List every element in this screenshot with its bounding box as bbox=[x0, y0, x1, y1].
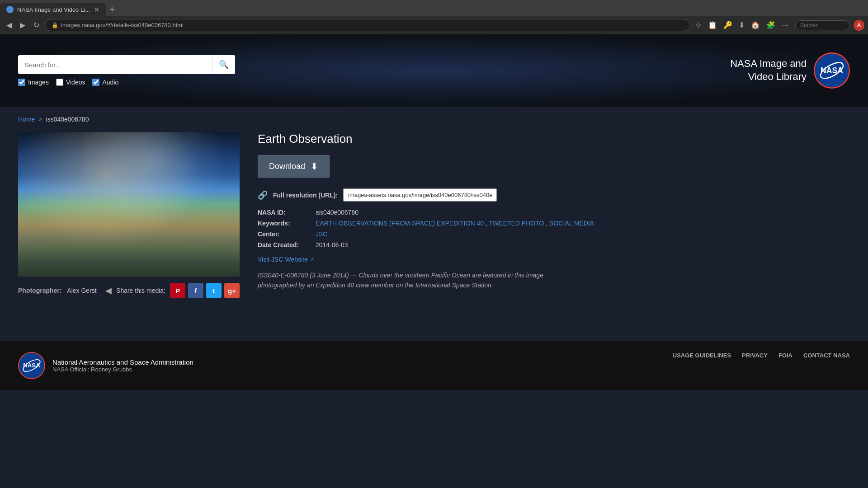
center-value: JSC bbox=[316, 230, 327, 238]
full-resolution-label: Full resolution (URL): bbox=[273, 192, 338, 199]
keyword2-link[interactable]: TWEETED PHOTO bbox=[489, 220, 544, 227]
menu-icon[interactable]: ⋯ bbox=[779, 19, 791, 31]
footer-text: National Aeronautics and Space Administr… bbox=[52, 358, 193, 373]
password-icon[interactable]: 🔑 bbox=[721, 19, 735, 31]
filter-checkboxes: Images Videos Audio bbox=[18, 79, 235, 86]
footer-foia-link[interactable]: FOIA bbox=[778, 352, 793, 359]
share-label: Share this media: bbox=[116, 287, 165, 294]
full-resolution-url-input[interactable] bbox=[343, 188, 497, 202]
photographer-info: Photographer: Alex Gerst bbox=[18, 287, 97, 294]
bookmark-star-icon[interactable]: ☆ bbox=[693, 19, 704, 31]
url-bar[interactable]: 🔒 images.nasa.gov/#/details-iss040e00678… bbox=[45, 19, 690, 31]
footer-contact-nasa-link[interactable]: CONTACT NASA bbox=[803, 352, 850, 359]
svg-text:NASA: NASA bbox=[821, 66, 843, 75]
site-header: 🔍 Images Videos Audio NASA Image and Vid… bbox=[0, 34, 868, 107]
visit-jsc-link[interactable]: Visit JSC Website ↗ bbox=[258, 256, 314, 263]
footer-usage-guidelines-link[interactable]: USAGE GUIDELINES bbox=[673, 352, 731, 359]
earth-image bbox=[18, 132, 240, 277]
back-button[interactable]: ◀ bbox=[4, 19, 14, 31]
download-nav-icon[interactable]: ⬇ bbox=[736, 19, 747, 31]
facebook-button[interactable]: f bbox=[188, 283, 203, 298]
breadcrumb: Home > iss040e006780 bbox=[18, 116, 615, 123]
pinterest-button[interactable]: P bbox=[170, 283, 185, 298]
keywords-value: EARTH OBSERVATIONS (FROM SPACE) EXPEDITI… bbox=[316, 220, 594, 227]
search-area: 🔍 Images Videos Audio bbox=[18, 55, 235, 86]
info-section: Earth Observation Download ⬇ 🔗 Full reso… bbox=[258, 132, 615, 305]
keywords-row: Keywords: EARTH OBSERVATIONS (FROM SPACE… bbox=[258, 220, 615, 227]
image-section: Photographer: Alex Gerst ◀ Share this me… bbox=[18, 132, 240, 305]
download-button[interactable]: Download ⬇ bbox=[258, 155, 330, 178]
footer-official: NASA Official: Rodney Grubbs bbox=[52, 366, 193, 373]
date-created-value: 2014-06-03 bbox=[316, 241, 348, 249]
url-row: 🔗 Full resolution (URL): bbox=[258, 188, 615, 202]
download-icon: ⬇ bbox=[311, 161, 318, 172]
reading-list-icon[interactable]: 📋 bbox=[706, 19, 719, 31]
date-created-label: Date Created: bbox=[258, 241, 312, 249]
tab-close-button[interactable]: ✕ bbox=[94, 5, 99, 14]
twitter-button[interactable]: t bbox=[206, 283, 222, 298]
active-tab[interactable]: NASA Image and Video Li... ✕ bbox=[0, 3, 106, 17]
search-box[interactable]: 🔍 bbox=[18, 55, 235, 74]
footer-nasa-info: NASA National Aeronautics and Space Admi… bbox=[18, 352, 193, 379]
main-content: Home > iss040e006780 Photographer: Alex … bbox=[0, 107, 633, 314]
image-description: ISS040-E-006780 (3 June 2014) — Clouds o… bbox=[258, 270, 565, 291]
breadcrumb-home-link[interactable]: Home bbox=[18, 116, 35, 123]
forward-button[interactable]: ▶ bbox=[17, 19, 28, 31]
nasa-logo: NASA bbox=[814, 52, 850, 89]
browser-search-input[interactable] bbox=[795, 20, 849, 30]
image-display bbox=[18, 132, 240, 277]
social-icons: P f t g+ bbox=[170, 283, 240, 298]
footer-org-name: National Aeronautics and Space Administr… bbox=[52, 358, 193, 366]
google-plus-button[interactable]: g+ bbox=[224, 283, 240, 298]
keywords-label: Keywords: bbox=[258, 220, 312, 227]
detail-title: Earth Observation bbox=[258, 132, 615, 146]
photographer-name: Alex Gerst bbox=[67, 287, 96, 294]
search-input[interactable] bbox=[18, 56, 212, 73]
reload-button[interactable]: ↻ bbox=[31, 19, 42, 31]
extensions-icon[interactable]: 🧩 bbox=[764, 19, 778, 31]
nav-bar: ◀ ▶ ↻ 🔒 images.nasa.gov/#/details-iss040… bbox=[0, 16, 868, 34]
tab-bar: NASA Image and Video Li... ✕ + bbox=[0, 0, 868, 16]
center-row: Center: JSC bbox=[258, 230, 615, 238]
tab-title: NASA Image and Video Li... bbox=[17, 6, 90, 13]
filter-videos-checkbox[interactable]: Videos bbox=[56, 79, 85, 86]
metadata-table: NASA ID: iss040e006780 Keywords: EARTH O… bbox=[258, 209, 615, 249]
external-link-icon: ↗ bbox=[310, 257, 314, 263]
footer-nasa-logo: NASA bbox=[18, 352, 45, 379]
search-button[interactable]: 🔍 bbox=[212, 55, 235, 74]
search-bar-icon[interactable] bbox=[793, 19, 852, 32]
nav-icons: ☆ 📋 🔑 ⬇ 🏠 🧩 ⋯ A bbox=[693, 19, 864, 32]
new-tab-button[interactable]: + bbox=[106, 5, 118, 15]
home-icon[interactable]: 🏠 bbox=[749, 19, 762, 31]
download-label: Download bbox=[269, 162, 305, 171]
keyword1-link[interactable]: EARTH OBSERVATIONS (FROM SPACE) EXPEDITI… bbox=[316, 220, 484, 227]
svg-text:NASA: NASA bbox=[23, 362, 40, 369]
share-back-icon: ◀ bbox=[105, 286, 112, 296]
center-link[interactable]: JSC bbox=[316, 230, 327, 238]
detail-layout: Photographer: Alex Gerst ◀ Share this me… bbox=[18, 132, 615, 305]
nasa-id-row: NASA ID: iss040e006780 bbox=[258, 209, 615, 216]
nasa-id-label: NASA ID: bbox=[258, 209, 312, 216]
nasa-id-value: iss040e006780 bbox=[316, 209, 359, 216]
visit-jsc-label: Visit JSC Website bbox=[258, 256, 308, 263]
url-text: images.nasa.gov/#/details-iss040e006780.… bbox=[61, 22, 684, 28]
account-icon[interactable]: A bbox=[854, 20, 864, 31]
url-link-icon: 🔗 bbox=[258, 190, 268, 200]
site-footer: NASA National Aeronautics and Space Admi… bbox=[0, 341, 868, 390]
nasa-brand-text: NASA Image and Video Library bbox=[730, 57, 807, 83]
footer-privacy-link[interactable]: PRIVACY bbox=[742, 352, 768, 359]
footer-official-name: Rodney Grubbs bbox=[91, 366, 132, 373]
breadcrumb-separator: > bbox=[38, 116, 42, 123]
photographer-row: Photographer: Alex Gerst ◀ Share this me… bbox=[18, 277, 240, 305]
breadcrumb-current: iss040e006780 bbox=[46, 116, 89, 123]
search-icon: 🔍 bbox=[219, 60, 229, 69]
share-area: ◀ Share this media: P f t g+ bbox=[105, 283, 240, 298]
tab-favicon bbox=[6, 6, 14, 13]
filter-audio-checkbox[interactable]: Audio bbox=[92, 79, 118, 86]
date-created-row: Date Created: 2014-06-03 bbox=[258, 241, 615, 249]
nasa-brand-title: NASA Image and Video Library bbox=[730, 57, 807, 83]
keyword3-link[interactable]: SOCIAL MEDIA bbox=[549, 220, 594, 227]
filter-images-checkbox[interactable]: Images bbox=[18, 79, 49, 86]
nasa-brand: NASA Image and Video Library NASA bbox=[730, 52, 850, 89]
browser-chrome: NASA Image and Video Li... ✕ + ◀ ▶ ↻ 🔒 i… bbox=[0, 0, 868, 34]
